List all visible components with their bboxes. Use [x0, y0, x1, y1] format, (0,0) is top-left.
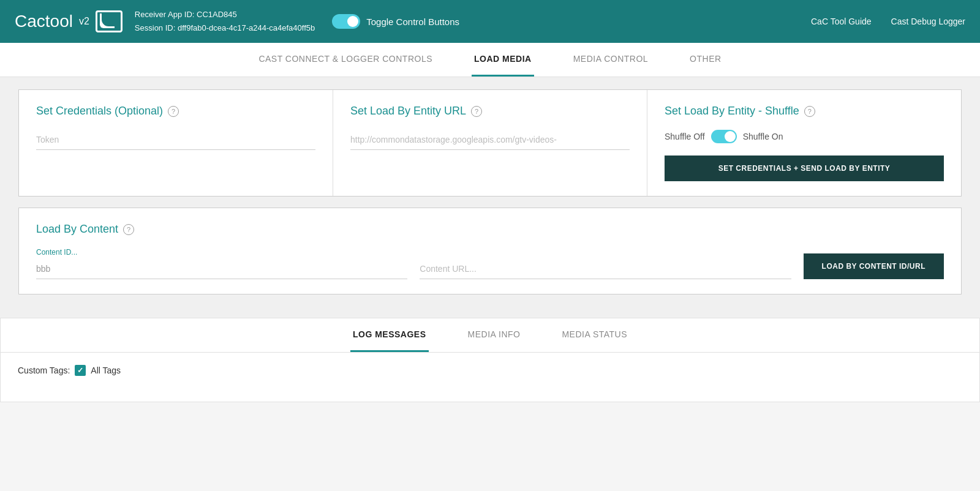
entity-url-card-title: Set Load By Entity URL ?	[350, 105, 630, 118]
toggle-control-section: Toggle Control Buttons	[332, 14, 459, 29]
shuffle-toggle-switch[interactable]	[711, 130, 737, 143]
load-content-inputs-row: Content ID... LOAD BY CONTENT ID/URL	[36, 248, 944, 279]
entity-url-input[interactable]	[350, 130, 630, 150]
tab-log-messages[interactable]: LOG MESSAGES	[350, 318, 429, 352]
tab-media-status[interactable]: MEDIA STATUS	[559, 318, 630, 352]
load-content-title-text: Load By Content	[36, 223, 118, 236]
tab-other[interactable]: OTHER	[687, 43, 724, 77]
tab-cast-connect[interactable]: CAST CONNECT & LOGGER CONTROLS	[256, 43, 435, 77]
set-credentials-send-load-entity-button[interactable]: SET CREDENTIALS + SEND LOAD BY ENTITY	[665, 156, 944, 181]
cast-debug-logger-link[interactable]: Cast Debug Logger	[891, 17, 965, 26]
header-nav: CaC Tool Guide Cast Debug Logger	[811, 17, 965, 26]
content-id-label: Content ID...	[36, 248, 407, 257]
logo: Cactool v2	[15, 10, 123, 32]
content-url-input[interactable]	[420, 259, 791, 279]
entity-shuffle-title-text: Set Load By Entity - Shuffle	[665, 105, 799, 118]
session-id: Session ID: dff9fab0-dcea-4c17-a244-ca4e…	[135, 21, 315, 35]
load-content-help-icon[interactable]: ?	[123, 224, 134, 235]
tab-media-info[interactable]: MEDIA INFO	[466, 318, 523, 352]
entity-shuffle-card: Set Load By Entity - Shuffle ? Shuffle O…	[647, 90, 961, 196]
main-tabs: CAST CONNECT & LOGGER CONTROLS LOAD MEDI…	[0, 43, 980, 77]
top-cards-row: Set Credentials (Optional) ? Set Load By…	[18, 89, 962, 197]
entity-shuffle-card-title: Set Load By Entity - Shuffle ?	[665, 105, 944, 118]
cac-tool-guide-link[interactable]: CaC Tool Guide	[811, 17, 872, 26]
main-content: Set Credentials (Optional) ? Set Load By…	[0, 77, 980, 318]
receiver-app-id: Receiver App ID: CC1AD845	[135, 8, 315, 21]
content-id-input[interactable]	[36, 259, 407, 279]
shuffle-toggle-row: Shuffle Off Shuffle On	[665, 130, 944, 143]
shuffle-on-label: Shuffle On	[743, 132, 783, 141]
bottom-section: LOG MESSAGES MEDIA INFO MEDIA STATUS Cus…	[0, 318, 980, 402]
app-version: v2	[79, 16, 89, 27]
entity-url-help-icon[interactable]: ?	[471, 106, 482, 117]
content-url-group	[420, 259, 791, 279]
credentials-help-icon[interactable]: ?	[168, 106, 179, 117]
toggle-control-label: Toggle Control Buttons	[366, 17, 459, 27]
custom-tags-row: Custom Tags: All Tags	[18, 365, 962, 376]
bottom-content-area: Custom Tags: All Tags	[1, 353, 979, 402]
toggle-control-buttons-switch[interactable]	[332, 14, 360, 29]
credentials-title-text: Set Credentials (Optional)	[36, 105, 163, 118]
app-header: Cactool v2 Receiver App ID: CC1AD845 Ses…	[0, 0, 980, 43]
bottom-tabs: LOG MESSAGES MEDIA INFO MEDIA STATUS	[1, 318, 979, 353]
custom-tags-label: Custom Tags:	[18, 365, 70, 375]
load-content-title: Load By Content ?	[36, 223, 944, 236]
entity-url-title-text: Set Load By Entity URL	[350, 105, 466, 118]
session-info: Receiver App ID: CC1AD845 Session ID: df…	[135, 8, 315, 35]
shuffle-off-label: Shuffle Off	[665, 132, 705, 141]
load-by-content-button[interactable]: LOAD BY CONTENT ID/URL	[804, 253, 944, 279]
token-input[interactable]	[36, 130, 315, 150]
entity-url-card: Set Load By Entity URL ?	[333, 90, 647, 196]
tab-media-control[interactable]: MEDIA CONTROL	[571, 43, 650, 77]
tab-load-media[interactable]: LOAD MEDIA	[472, 43, 534, 77]
entity-shuffle-help-icon[interactable]: ?	[804, 106, 815, 117]
all-tags-checkbox[interactable]	[75, 365, 86, 376]
content-id-group: Content ID...	[36, 248, 407, 279]
all-tags-label: All Tags	[91, 365, 121, 375]
load-by-content-section: Load By Content ? Content ID... LOAD BY …	[18, 208, 962, 294]
credentials-card: Set Credentials (Optional) ?	[19, 90, 333, 196]
credentials-card-title: Set Credentials (Optional) ?	[36, 105, 315, 118]
app-name: Cactool	[15, 12, 73, 31]
cast-icon	[96, 10, 123, 32]
